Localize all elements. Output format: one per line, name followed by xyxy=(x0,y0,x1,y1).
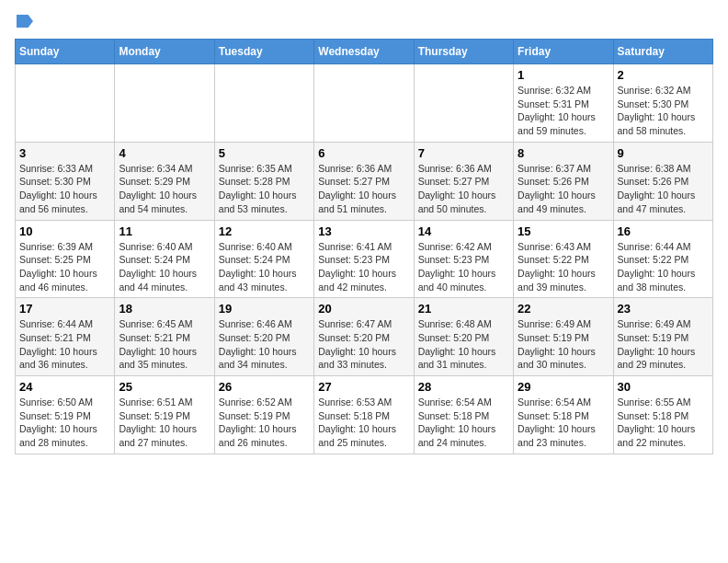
day-info: Sunrise: 6:35 AM Sunset: 5:28 PM Dayligh… xyxy=(219,162,310,216)
day-info: Sunrise: 6:48 AM Sunset: 5:20 PM Dayligh… xyxy=(418,317,509,372)
calendar-header-monday: Monday xyxy=(115,40,214,64)
logo xyxy=(15,15,33,28)
day-number: 30 xyxy=(618,380,709,394)
calendar-header-wednesday: Wednesday xyxy=(314,40,414,64)
calendar-cell: 3Sunrise: 6:33 AM Sunset: 5:30 PM Daylig… xyxy=(16,142,115,220)
calendar-cell: 12Sunrise: 6:40 AM Sunset: 5:24 PM Dayli… xyxy=(214,220,313,298)
day-number: 3 xyxy=(19,146,110,160)
day-number: 29 xyxy=(518,380,609,394)
day-number: 2 xyxy=(618,68,709,82)
day-info: Sunrise: 6:54 AM Sunset: 5:18 PM Dayligh… xyxy=(418,396,509,450)
calendar-cell xyxy=(414,64,513,143)
day-number: 6 xyxy=(318,146,409,160)
day-number: 15 xyxy=(518,224,609,238)
calendar-cell: 28Sunrise: 6:54 AM Sunset: 5:18 PM Dayli… xyxy=(414,376,513,454)
calendar-cell xyxy=(115,64,214,143)
calendar-cell: 22Sunrise: 6:49 AM Sunset: 5:19 PM Dayli… xyxy=(514,298,613,376)
day-info: Sunrise: 6:50 AM Sunset: 5:19 PM Dayligh… xyxy=(19,396,110,450)
day-info: Sunrise: 6:42 AM Sunset: 5:23 PM Dayligh… xyxy=(418,240,509,294)
day-number: 7 xyxy=(418,146,509,160)
calendar-cell: 5Sunrise: 6:35 AM Sunset: 5:28 PM Daylig… xyxy=(214,142,313,220)
logo-icon xyxy=(17,15,33,28)
day-info: Sunrise: 6:36 AM Sunset: 5:27 PM Dayligh… xyxy=(418,162,509,216)
day-number: 10 xyxy=(19,224,110,238)
day-info: Sunrise: 6:53 AM Sunset: 5:18 PM Dayligh… xyxy=(318,396,409,450)
day-number: 8 xyxy=(518,146,609,160)
calendar-cell: 21Sunrise: 6:48 AM Sunset: 5:20 PM Dayli… xyxy=(414,298,513,376)
calendar-cell: 30Sunrise: 6:55 AM Sunset: 5:18 PM Dayli… xyxy=(613,376,712,454)
day-info: Sunrise: 6:32 AM Sunset: 5:31 PM Dayligh… xyxy=(518,84,609,138)
calendar-cell: 27Sunrise: 6:53 AM Sunset: 5:18 PM Dayli… xyxy=(314,376,414,454)
day-number: 12 xyxy=(219,224,310,238)
calendar-cell: 8Sunrise: 6:37 AM Sunset: 5:26 PM Daylig… xyxy=(514,142,613,220)
day-info: Sunrise: 6:52 AM Sunset: 5:19 PM Dayligh… xyxy=(219,396,310,450)
day-info: Sunrise: 6:46 AM Sunset: 5:20 PM Dayligh… xyxy=(219,317,310,372)
day-info: Sunrise: 6:49 AM Sunset: 5:19 PM Dayligh… xyxy=(618,317,709,372)
calendar-cell: 14Sunrise: 6:42 AM Sunset: 5:23 PM Dayli… xyxy=(414,220,513,298)
calendar-cell: 6Sunrise: 6:36 AM Sunset: 5:27 PM Daylig… xyxy=(314,142,414,220)
calendar-cell: 11Sunrise: 6:40 AM Sunset: 5:24 PM Dayli… xyxy=(115,220,214,298)
day-info: Sunrise: 6:44 AM Sunset: 5:22 PM Dayligh… xyxy=(618,240,709,294)
calendar-cell: 20Sunrise: 6:47 AM Sunset: 5:20 PM Dayli… xyxy=(314,298,414,376)
day-number: 16 xyxy=(618,224,709,238)
day-info: Sunrise: 6:55 AM Sunset: 5:18 PM Dayligh… xyxy=(618,396,709,450)
day-number: 25 xyxy=(119,380,210,394)
day-info: Sunrise: 6:40 AM Sunset: 5:24 PM Dayligh… xyxy=(219,240,310,294)
day-number: 21 xyxy=(418,302,509,316)
day-number: 19 xyxy=(219,302,310,316)
day-number: 9 xyxy=(618,146,709,160)
calendar-header-saturday: Saturday xyxy=(613,40,712,64)
day-info: Sunrise: 6:37 AM Sunset: 5:26 PM Dayligh… xyxy=(518,162,609,216)
calendar-cell: 18Sunrise: 6:45 AM Sunset: 5:21 PM Dayli… xyxy=(115,298,214,376)
day-number: 27 xyxy=(318,380,409,394)
day-number: 13 xyxy=(318,224,409,238)
calendar-header-thursday: Thursday xyxy=(414,40,513,64)
calendar-cell: 1Sunrise: 6:32 AM Sunset: 5:31 PM Daylig… xyxy=(514,64,613,143)
day-info: Sunrise: 6:41 AM Sunset: 5:23 PM Dayligh… xyxy=(318,240,409,294)
day-info: Sunrise: 6:54 AM Sunset: 5:18 PM Dayligh… xyxy=(518,396,609,450)
day-info: Sunrise: 6:44 AM Sunset: 5:21 PM Dayligh… xyxy=(19,317,110,372)
calendar-header-row: SundayMondayTuesdayWednesdayThursdayFrid… xyxy=(16,40,713,64)
calendar-cell: 10Sunrise: 6:39 AM Sunset: 5:25 PM Dayli… xyxy=(16,220,115,298)
calendar-cell: 13Sunrise: 6:41 AM Sunset: 5:23 PM Dayli… xyxy=(314,220,414,298)
calendar-cell: 26Sunrise: 6:52 AM Sunset: 5:19 PM Dayli… xyxy=(214,376,313,454)
day-number: 1 xyxy=(518,68,609,82)
day-info: Sunrise: 6:49 AM Sunset: 5:19 PM Dayligh… xyxy=(518,317,609,372)
day-number: 17 xyxy=(19,302,110,316)
day-number: 4 xyxy=(119,146,210,160)
day-info: Sunrise: 6:36 AM Sunset: 5:27 PM Dayligh… xyxy=(318,162,409,216)
day-info: Sunrise: 6:39 AM Sunset: 5:25 PM Dayligh… xyxy=(19,240,110,294)
calendar-week-row: 24Sunrise: 6:50 AM Sunset: 5:19 PM Dayli… xyxy=(16,376,713,454)
day-number: 26 xyxy=(219,380,310,394)
day-number: 5 xyxy=(219,146,310,160)
page-header xyxy=(15,15,713,28)
day-info: Sunrise: 6:43 AM Sunset: 5:22 PM Dayligh… xyxy=(518,240,609,294)
calendar-cell: 25Sunrise: 6:51 AM Sunset: 5:19 PM Dayli… xyxy=(115,376,214,454)
calendar-table: SundayMondayTuesdayWednesdayThursdayFrid… xyxy=(15,39,713,454)
day-info: Sunrise: 6:34 AM Sunset: 5:29 PM Dayligh… xyxy=(119,162,210,216)
day-info: Sunrise: 6:47 AM Sunset: 5:20 PM Dayligh… xyxy=(318,317,409,372)
calendar-header-tuesday: Tuesday xyxy=(214,40,313,64)
calendar-header-friday: Friday xyxy=(514,40,613,64)
day-number: 18 xyxy=(119,302,210,316)
calendar-week-row: 10Sunrise: 6:39 AM Sunset: 5:25 PM Dayli… xyxy=(16,220,713,298)
day-info: Sunrise: 6:32 AM Sunset: 5:30 PM Dayligh… xyxy=(618,84,709,138)
calendar-cell xyxy=(16,64,115,143)
calendar-week-row: 17Sunrise: 6:44 AM Sunset: 5:21 PM Dayli… xyxy=(16,298,713,376)
day-number: 20 xyxy=(318,302,409,316)
calendar-cell: 16Sunrise: 6:44 AM Sunset: 5:22 PM Dayli… xyxy=(613,220,712,298)
day-info: Sunrise: 6:38 AM Sunset: 5:26 PM Dayligh… xyxy=(618,162,709,216)
day-info: Sunrise: 6:40 AM Sunset: 5:24 PM Dayligh… xyxy=(119,240,210,294)
day-number: 22 xyxy=(518,302,609,316)
calendar-cell: 15Sunrise: 6:43 AM Sunset: 5:22 PM Dayli… xyxy=(514,220,613,298)
calendar-cell xyxy=(214,64,313,143)
calendar-cell: 9Sunrise: 6:38 AM Sunset: 5:26 PM Daylig… xyxy=(613,142,712,220)
calendar-cell: 29Sunrise: 6:54 AM Sunset: 5:18 PM Dayli… xyxy=(514,376,613,454)
calendar-header-sunday: Sunday xyxy=(16,40,115,64)
day-info: Sunrise: 6:51 AM Sunset: 5:19 PM Dayligh… xyxy=(119,396,210,450)
day-number: 23 xyxy=(618,302,709,316)
day-number: 28 xyxy=(418,380,509,394)
day-number: 14 xyxy=(418,224,509,238)
day-info: Sunrise: 6:33 AM Sunset: 5:30 PM Dayligh… xyxy=(19,162,110,216)
day-number: 11 xyxy=(119,224,210,238)
